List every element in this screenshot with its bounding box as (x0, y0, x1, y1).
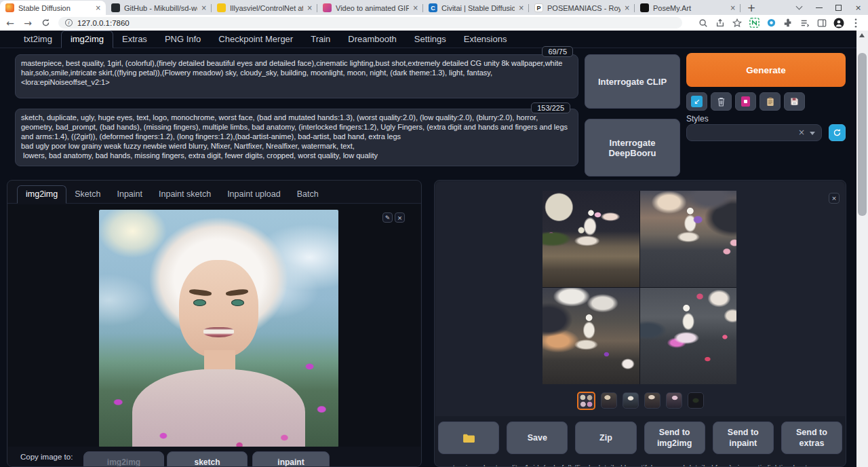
tab-close-icon[interactable]: × (200, 4, 208, 12)
result-image-3[interactable] (542, 288, 639, 384)
image-drop-area[interactable]: ✎ × (8, 204, 420, 447)
tab-dreambooth[interactable]: Dreambooth (339, 31, 406, 48)
gallery-close-button[interactable]: × (829, 193, 840, 204)
blue-extension-icon[interactable] (766, 18, 776, 29)
edit-image-button[interactable]: ✎ (382, 212, 393, 223)
generate-button[interactable]: Generate (686, 53, 846, 87)
subtab-inpaint-sketch[interactable]: Inpaint sketch (151, 186, 219, 203)
floppy-disk-icon (790, 97, 799, 106)
thumbnail-2[interactable] (601, 392, 617, 409)
thumbnail-4[interactable] (644, 392, 660, 409)
tab-settings[interactable]: Settings (406, 31, 455, 48)
portrait-face (179, 260, 258, 358)
bookmark-star-icon[interactable] (732, 18, 743, 29)
browser-tab-controlnet[interactable]: Illyasviel/ControlNet at main × (212, 1, 317, 15)
result-image-grid[interactable] (542, 191, 736, 384)
maximize-button[interactable] (829, 0, 848, 15)
save-style-button[interactable] (784, 92, 805, 111)
apply-styles-button[interactable] (760, 92, 781, 111)
result-image-1[interactable] (542, 191, 639, 287)
chevron-down-icon[interactable] (810, 132, 815, 135)
interrogate-clip-button[interactable]: Interrogate CLIP (585, 54, 680, 109)
browser-tab-github[interactable]: GitHub - Mikubill/sd-webui-co × (106, 1, 212, 15)
styles-refresh-button[interactable] (829, 124, 846, 141)
styles-dropdown[interactable]: × (686, 124, 822, 141)
subtab-inpaint-upload[interactable]: Inpaint upload (219, 186, 289, 203)
save-button[interactable]: Save (507, 422, 568, 454)
scrollbar-thumb[interactable] (858, 53, 867, 216)
thumbnail-5[interactable] (666, 392, 682, 409)
negative-prompt-textarea[interactable]: sketch, duplicate, ugly, huge eyes, text… (15, 109, 578, 166)
zip-button[interactable]: Zip (575, 422, 636, 454)
site-info-icon[interactable]: i (65, 19, 73, 26)
result-image-2[interactable] (640, 191, 737, 287)
subtab-sketch[interactable]: Sketch (66, 186, 108, 203)
result-image-4[interactable] (640, 288, 737, 384)
tab-txt2img[interactable]: txt2img (15, 31, 61, 48)
thumbnail-1-selected[interactable] (577, 392, 595, 410)
tab-close-icon[interactable]: × (623, 4, 631, 12)
subtab-batch[interactable]: Batch (289, 186, 327, 203)
tab-close-icon[interactable]: × (729, 4, 737, 12)
side-panel-icon[interactable] (816, 18, 827, 29)
subtab-img2img[interactable]: img2img (17, 185, 66, 204)
tab-extensions[interactable]: Extensions (455, 31, 516, 48)
prompt-tool-row: ↙ (686, 92, 805, 111)
send-to-img2img-button[interactable]: Send to img2img (644, 422, 705, 454)
tab-close-icon[interactable]: × (306, 4, 314, 12)
tab-img2img[interactable]: img2img (61, 31, 113, 48)
zoom-icon[interactable] (698, 18, 709, 29)
thumbnail-3[interactable] (623, 392, 639, 409)
extensions-puzzle-icon[interactable] (783, 18, 793, 29)
clear-prompt-button[interactable] (711, 92, 732, 111)
styles-clear-icon[interactable]: × (798, 128, 805, 137)
forward-icon[interactable]: → (20, 17, 35, 29)
notion-extension-icon[interactable] (749, 18, 760, 29)
browser-tab-gif-converter[interactable]: Video to animated GIF converter × (317, 1, 423, 15)
copy-to-sketch-button[interactable]: sketch (167, 451, 248, 467)
share-icon[interactable] (715, 18, 726, 29)
reload-icon[interactable] (38, 17, 53, 29)
tab-checkpoint-merger[interactable]: Checkpoint Merger (210, 31, 302, 48)
copy-to-inpaint-button[interactable]: inpaint (252, 451, 330, 467)
paste-params-button[interactable]: ↙ (686, 92, 707, 111)
browser-tab-stable-diffusion[interactable]: Stable Diffusion × (0, 1, 106, 15)
close-window-button[interactable]: × (848, 0, 868, 15)
tab-close-icon[interactable]: × (517, 4, 526, 12)
tab-list-icon[interactable] (800, 18, 810, 29)
extra-networks-button[interactable] (735, 92, 756, 111)
new-tab-button[interactable]: + (743, 1, 760, 15)
tab-train[interactable]: Train (302, 31, 339, 48)
tab-title: Illyasviel/ControlNet at main (230, 4, 303, 12)
browser-tab-posemaniacs[interactable]: P POSEMANIACS - Royalty free 3 × (529, 1, 635, 15)
thumbnail-6[interactable] (688, 392, 704, 409)
interrogate-deepbooru-button[interactable]: Interrogate DeepBooru (585, 119, 680, 176)
prompt-textarea[interactable]: masterpiece, best quality, 1girl, (color… (15, 54, 578, 98)
remove-image-button[interactable]: × (395, 212, 405, 223)
tab-png-info[interactable]: PNG Info (156, 31, 210, 48)
back-icon[interactable]: ← (3, 17, 18, 29)
uploaded-image[interactable] (99, 210, 338, 447)
address-bar[interactable]: i 127.0.0.1:7860 (58, 17, 682, 29)
send-to-extras-button[interactable]: Send to extras (781, 422, 842, 454)
trash-icon (717, 97, 726, 107)
page-scrollbar[interactable] (856, 31, 868, 467)
chevron-down-icon[interactable] (789, 0, 809, 15)
profile-avatar[interactable] (833, 18, 844, 29)
tab-close-icon[interactable]: × (412, 4, 420, 12)
subtab-inpaint[interactable]: Inpaint (108, 186, 151, 203)
gallery-zone: × (435, 181, 845, 416)
minimize-button[interactable] (809, 0, 829, 15)
scrollbar-up-arrow-icon[interactable] (859, 33, 865, 37)
prompt-token-counter: 69/75 (542, 46, 573, 57)
tab-extras[interactable]: Extras (113, 31, 156, 48)
send-to-inpaint-button[interactable]: Send to inpaint (713, 422, 774, 454)
prompt-wrap: masterpiece, best quality, 1girl, (color… (15, 54, 578, 98)
copy-to-img2img-button: img2img (83, 451, 164, 467)
tab-close-icon[interactable]: × (94, 4, 102, 12)
paste-arrow-icon: ↙ (691, 96, 703, 107)
browser-tab-posemyart[interactable]: PoseMy.Art × (635, 1, 741, 15)
browser-tab-civitai[interactable]: C Civitai | Stable Diffusion model × (423, 1, 529, 15)
browser-menu-icon[interactable] (850, 18, 861, 29)
open-folder-button[interactable] (438, 422, 499, 454)
